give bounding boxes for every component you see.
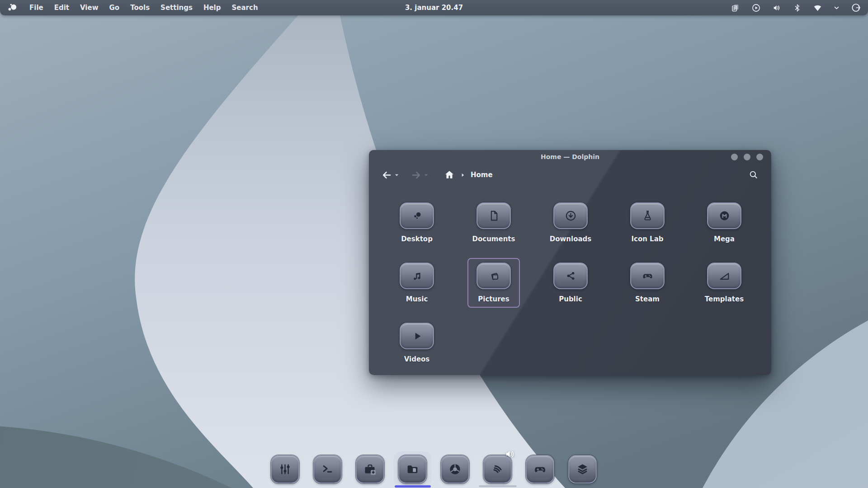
distro-logo-icon[interactable] xyxy=(6,2,19,14)
back-button[interactable] xyxy=(382,170,399,180)
chrome-icon xyxy=(441,455,469,483)
dock-item-layers[interactable] xyxy=(568,455,597,483)
dock-item-terminal[interactable] xyxy=(313,455,342,483)
panel-clock[interactable]: 3. januar 20.47 xyxy=(405,0,463,15)
folder-item-public[interactable]: Public xyxy=(532,257,609,317)
menu-edit[interactable]: Edit xyxy=(54,4,69,12)
chevron-down-icon xyxy=(424,173,429,178)
software-install-icon xyxy=(356,455,384,483)
titlebar[interactable]: Home — Dolphin xyxy=(369,150,771,164)
folder-item-steam[interactable]: Steam xyxy=(609,257,686,317)
menu-go[interactable]: Go xyxy=(109,4,120,12)
mega-icon xyxy=(707,202,741,229)
folder-label: Public xyxy=(559,295,582,303)
folder-item-templates[interactable]: Templates xyxy=(686,257,763,317)
folder-item-downloads[interactable]: Downloads xyxy=(532,197,609,257)
flask-icon xyxy=(630,202,665,229)
play-icon xyxy=(400,323,434,349)
menu-help[interactable]: Help xyxy=(203,4,221,12)
chevron-down-icon[interactable] xyxy=(394,173,399,178)
folder-label: Templates xyxy=(705,295,744,303)
folder-label: Mega xyxy=(714,235,735,243)
terminal-icon xyxy=(313,455,342,483)
power-icon[interactable] xyxy=(851,3,861,13)
folder-item-mega[interactable]: Mega xyxy=(686,197,763,257)
ruler-triangle-icon xyxy=(707,263,741,289)
dock-item-chrome[interactable] xyxy=(441,455,469,483)
menu-search[interactable]: Search xyxy=(232,4,258,12)
wifi-icon[interactable] xyxy=(813,3,822,13)
menu-settings[interactable]: Settings xyxy=(160,4,193,12)
chevron-down-icon[interactable] xyxy=(834,5,840,11)
desktop-dots-icon xyxy=(400,202,434,229)
file-manager-icon xyxy=(398,455,427,483)
breadcrumb-chevron-icon xyxy=(460,173,465,178)
folder-label: Steam xyxy=(635,295,660,303)
forward-button[interactable] xyxy=(411,170,429,180)
window-button[interactable] xyxy=(731,154,738,160)
menu-tools[interactable]: Tools xyxy=(130,4,150,12)
folder-item-videos[interactable]: Videos xyxy=(378,317,455,377)
folder-label: Icon Lab xyxy=(631,235,663,243)
layers-icon xyxy=(568,455,597,483)
dock-item-software-install[interactable] xyxy=(356,455,384,483)
search-icon[interactable] xyxy=(749,170,759,180)
play-circle-icon[interactable] xyxy=(751,3,761,13)
dock-item-spotify[interactable] xyxy=(483,455,512,483)
dock-item-settings[interactable] xyxy=(271,455,299,483)
music-notes-icon xyxy=(400,263,434,289)
pictures-icon xyxy=(476,263,511,289)
folder-item-documents[interactable]: Documents xyxy=(455,197,532,257)
folder-label: Desktop xyxy=(401,235,433,243)
dock-item-file-manager[interactable] xyxy=(398,455,427,483)
window-button[interactable] xyxy=(744,154,750,160)
folder-label: Pictures xyxy=(478,295,509,303)
home-icon[interactable] xyxy=(444,169,455,180)
download-circle-icon xyxy=(553,202,588,229)
clipboard-icon[interactable] xyxy=(731,3,740,13)
window-button[interactable] xyxy=(756,154,763,160)
volume-badge-icon xyxy=(505,448,516,460)
folder-label: Downloads xyxy=(550,235,592,243)
breadcrumb[interactable]: Home xyxy=(471,171,493,179)
gamepad-icon xyxy=(630,263,665,289)
settings-sliders-icon xyxy=(271,455,299,483)
active-app-indicator xyxy=(395,485,431,488)
menu-file[interactable]: File xyxy=(29,4,43,12)
share-icon xyxy=(553,263,588,289)
folder-item-icon-lab[interactable]: Icon Lab xyxy=(609,197,686,257)
running-indicator xyxy=(479,485,517,487)
menu-view[interactable]: View xyxy=(80,4,99,12)
document-icon xyxy=(476,202,511,229)
dolphin-window: Home — Dolphin xyxy=(369,150,771,375)
top-panel: File Edit View Go Tools Settings Help Se… xyxy=(0,0,868,15)
toolbar: Home xyxy=(369,164,771,186)
gamepad-icon xyxy=(526,455,554,483)
folder-grid: Desktop Documents Downloads xyxy=(378,197,763,377)
folder-label: Videos xyxy=(404,355,430,363)
dock xyxy=(271,455,597,483)
folder-item-desktop[interactable]: Desktop xyxy=(378,197,455,257)
folder-item-pictures[interactable]: Pictures xyxy=(455,257,532,317)
folder-label: Documents xyxy=(472,235,515,243)
bluetooth-icon[interactable] xyxy=(793,4,802,12)
volume-icon[interactable] xyxy=(772,3,782,13)
folder-label: Music xyxy=(406,295,428,303)
folder-item-music[interactable]: Music xyxy=(378,257,455,317)
window-title: Home — Dolphin xyxy=(541,153,599,160)
dock-item-games[interactable] xyxy=(526,455,554,483)
